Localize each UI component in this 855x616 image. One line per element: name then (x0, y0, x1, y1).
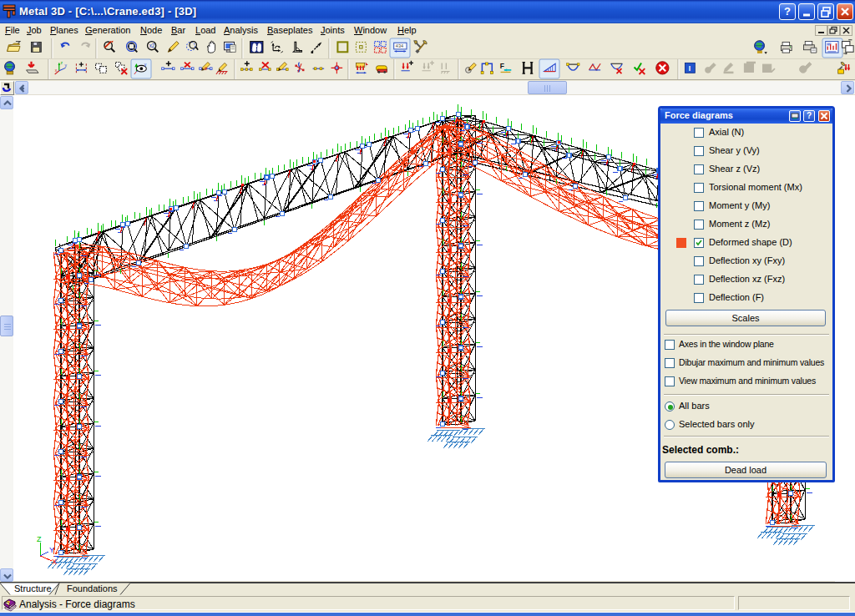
svg-text:Y: Y (49, 546, 54, 554)
svg-text:Z: Z (37, 535, 42, 543)
svg-text:434: 434 (396, 43, 403, 48)
svg-text:y: y (65, 63, 68, 68)
svg-text:x2: x2 (149, 43, 155, 48)
svg-text:z: z (61, 60, 63, 65)
svg-text:X: X (52, 558, 57, 566)
svg-text:I: I (689, 64, 691, 73)
svg-text:F: F (500, 62, 504, 70)
